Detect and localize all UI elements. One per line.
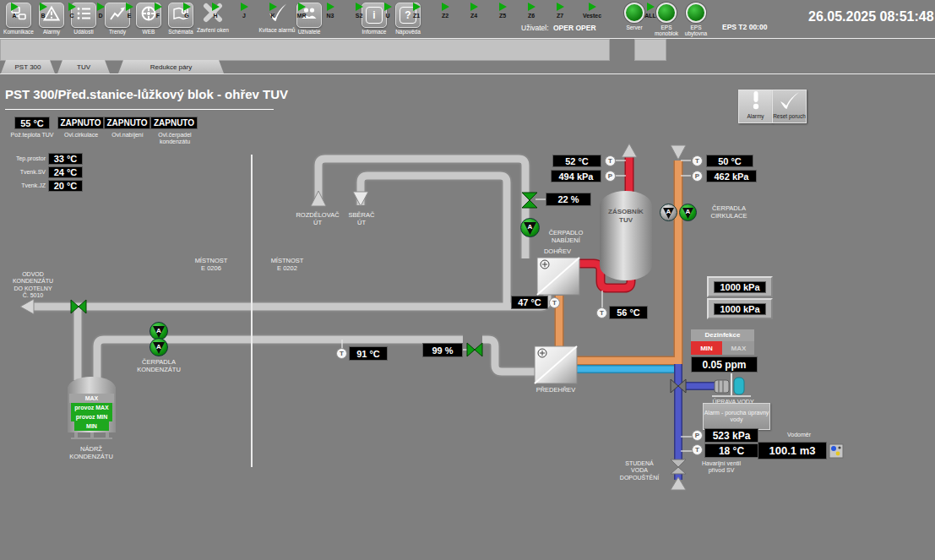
setpoint-tuv-label: Pož.teplota TUV: [3, 132, 61, 139]
charging-pump[interactable]: A: [520, 218, 540, 237]
expansion-pressure-frame-1[interactable]: 1000 kPa: [707, 276, 773, 297]
pressure-sensor: P: [605, 171, 616, 182]
setpoint-tuv-box[interactable]: 55 °C: [14, 117, 50, 129]
temp-sensor: T: [692, 444, 703, 455]
arrow-condensate-out-icon: [20, 299, 34, 314]
heat-exchanger-dohrev[interactable]: [537, 258, 579, 295]
alarms-button[interactable]: Alarmy: [738, 90, 773, 123]
reset-check-icon: [777, 90, 802, 111]
arrow-circulation-in-icon: [671, 145, 686, 160]
pressure-sensor: P: [692, 430, 703, 441]
cold-water-label: STUDENÁ VODA DOPOUŠTĚNÍ: [613, 460, 666, 481]
condensate-temp-box: 91 °C: [349, 346, 388, 361]
condensate-pumps-label: ČERPADLA KONDENZÁTU: [135, 358, 182, 373]
expansion-pressure-box-1: 1000 kPa: [714, 281, 766, 293]
water-treatment-alarm-box: Alarm - porucha úpravny vody: [703, 403, 770, 430]
water-treatment-unit-icon: [712, 373, 751, 396]
circulation-pressure-box: 462 kPa: [706, 170, 757, 182]
preheat-valve-position-box: 99 %: [422, 343, 463, 357]
pressure-sensor: P: [692, 171, 703, 182]
tank-level-provoz-min: provoz MIN: [71, 412, 112, 421]
water-meter-icon[interactable]: [829, 444, 843, 458]
disinfection-min-button[interactable]: MIN: [691, 341, 722, 355]
circulation-pumps-label: ČERPADLA CIRKULACE: [706, 204, 752, 220]
ambient-value-2: 24 °C: [48, 166, 83, 178]
ambient-label-3: Tvenk.JZ: [5, 182, 46, 189]
condensate-tank[interactable]: MAX provoz MAX provoz MIN MIN: [68, 377, 116, 439]
heat-exchanger-predehrev[interactable]: [535, 346, 577, 383]
temp-sensor: T: [692, 155, 703, 166]
control-charging-label: Ovl.nabíjení: [106, 132, 149, 139]
arrow-cold-water-in-icon: [671, 477, 686, 490]
room-label-e0202: MÍSTNOST E 0202: [267, 257, 307, 272]
temp-sensor: T: [596, 307, 607, 318]
control-circulation-box[interactable]: ZAPNUTO: [57, 117, 104, 129]
tank-level-max: MAX: [69, 394, 114, 403]
ambient-value-3: 20 °C: [48, 180, 83, 192]
condensate-out-label: ODVOD KONDENZÁTU DO KOTELNY Č. 5010: [7, 271, 59, 300]
page-title: PST 300/Před.stanice-lůžkový blok - ohře…: [5, 87, 288, 101]
ambient-value-1: 33 °C: [48, 153, 83, 165]
tuv-out-temp-box: 52 °C: [552, 155, 601, 167]
arrow-tuv-out-icon: [622, 144, 637, 157]
temp-sensor: T: [549, 297, 560, 308]
tank-level-min: MIN: [74, 421, 109, 431]
room-label-e0206: MÍSTNOST E 0206: [191, 257, 231, 272]
charging-valve-position-box: 22 %: [546, 193, 591, 206]
ambient-label-1: Tep.prostor: [5, 155, 46, 162]
rozdelovac-label: ROZDĚLOVAČ ÚT: [294, 211, 341, 226]
sberac-label: SBĚRAČ ÚT: [341, 211, 382, 226]
disinfection-max-button[interactable]: MAX: [723, 341, 754, 355]
cold-water-temp-box: 18 °C: [704, 443, 758, 458]
dohrev-label: DOHŘEV: [535, 247, 579, 255]
room-divider-line: [251, 155, 253, 467]
chlorine-box: 0.05 ppm: [691, 356, 758, 372]
circulation-temp-box: 50 °C: [706, 155, 753, 167]
valve-emergency-sv[interactable]: [671, 459, 686, 474]
circulation-pump-1[interactable]: A: [660, 204, 677, 221]
condensate-tank-label: NÁDRŽ KONDENZÁTU: [64, 445, 118, 460]
tank-base: [71, 438, 112, 439]
control-circulation-label: Ovl.cirkulace: [59, 132, 103, 139]
condensate-tank-body: MAX provoz MAX provoz MIN MIN: [68, 387, 116, 432]
control-charging-box[interactable]: ZAPNUTO: [104, 117, 150, 129]
temp-sensor: T: [336, 348, 347, 359]
disinfection-panel: Dezinfekce MIN MAX: [691, 329, 754, 355]
emergency-valve-label: Havarijní ventil přívod SV: [693, 460, 750, 475]
scada-window: Komunikace Alarmy Události Trendy: [0, 0, 935, 560]
charging-pump-label: ČERPADLO NABÍJENÍ: [544, 229, 588, 244]
valve-preheat[interactable]: [467, 343, 482, 356]
expansion-pressure-box-2: 1000 kPa: [714, 303, 766, 315]
predehrev-out-temp-box: 47 °C: [511, 296, 548, 309]
tuv-storage-tank[interactable]: ZÁSOBNÍK TUV: [600, 191, 652, 280]
expansion-pressure-frame-2[interactable]: 1000 kPa: [707, 298, 773, 319]
title-underline: [5, 109, 274, 110]
exclamation-icon: [748, 90, 764, 111]
control-condensate-label: Ovl.čerpadel kondenzátu: [152, 132, 198, 146]
reset-faults-button[interactable]: Reset poruch: [772, 90, 807, 123]
ambient-label-2: Tvenk.SV: [5, 169, 46, 176]
temp-sensor: T: [605, 155, 616, 166]
tank-inlet-temp-box: 56 °C: [609, 306, 648, 319]
cold-water-pressure-box: 523 kPa: [704, 428, 758, 443]
tuv-tank-label: ZÁSOBNÍK TUV: [600, 208, 652, 226]
tuv-out-pressure-box: 494 kPa: [551, 170, 601, 182]
pipe-network: [0, 0, 935, 560]
water-meter-label: Vodoměr: [777, 432, 821, 438]
circulation-pump-2[interactable]: A: [679, 204, 697, 221]
water-meter-box: 100.1 m3: [758, 442, 827, 459]
disinfection-title: Dezinfekce: [691, 329, 754, 341]
predehrev-label: PŘEDEHŘEV: [530, 386, 581, 394]
condensate-pump-2[interactable]: A: [149, 338, 168, 356]
tank-level-provoz-max: provoz MAX: [71, 403, 112, 412]
control-condensate-box[interactable]: ZAPNUTO: [150, 117, 198, 129]
